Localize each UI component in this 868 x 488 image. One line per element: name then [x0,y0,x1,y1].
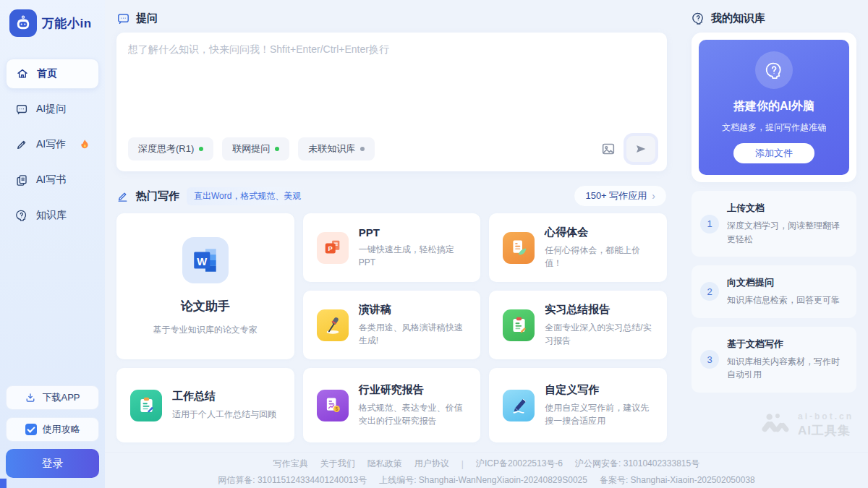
send-button[interactable] [626,136,655,162]
card-text: 演讲稿 各类用途、风格演讲稿快速生成! [359,303,467,347]
kb-promo-card[interactable]: 搭建你的AI外脑 文档越多，提问写作越准确 添加文件 [699,40,849,175]
kb-title: 我的知识库 [711,12,765,25]
send-icon [634,142,647,155]
deep-think-toggle[interactable]: 深度思考(R1) [128,137,213,160]
step-text: 基于文档写作 知识库相关内容素材，写作时自动引用 [727,338,848,382]
sidebar-item-home[interactable]: 首页 [6,59,99,89]
card-speech[interactable]: 演讲稿 各类用途、风格演讲稿快速生成! [303,291,481,359]
reflection-icon [503,232,535,264]
card-ppt[interactable]: P PPT 一键快速生成，轻松搞定PPT [303,213,481,282]
word-icon: W [182,237,229,283]
card-text: 自定义写作 使用自定义写作前，建议先搜一搜合适应用 [545,383,653,427]
card-desc: 适用于个人工作总结与回顾 [172,408,276,421]
kb-step-write: 3 基于文档写作 知识库相关内容素材，写作时自动引用 [692,327,856,393]
card-custom-writing[interactable]: 自定义写作 使用自定义写作前，建议先搜一搜合适应用 [489,368,667,442]
footer-link-terms[interactable]: 用户协议 [414,458,449,470]
brain-head-icon [755,51,793,89]
hot-writing-subtitle: 直出Word，格式规范、美观 [187,187,308,205]
svg-text:$: $ [336,406,339,412]
card-text: 心得体会 任何心得体会，都能上价值！ [545,226,653,270]
sidebar-item-knowledge[interactable]: 知识库 [6,200,99,231]
app-logo[interactable]: 万能小in [6,9,99,37]
sidebar-item-ai-writing[interactable]: AI写作 [6,129,99,160]
sidebar-item-label: 首页 [37,67,57,80]
question-input[interactable] [128,43,655,121]
card-thesis-assistant[interactable]: W 论文助手 基于专业知识库的论文专家 [116,213,294,359]
card-title: 演讲稿 [359,303,467,317]
card-title: 心得体会 [545,226,653,239]
knowledge-panel: 我的知识库 搭建你的AI外脑 文档越多，提问写作越准确 添加文件 1 [683,0,868,488]
card-text: 工作总结 适用于个人工作总结与回顾 [172,390,276,421]
guide-label: 使用攻略 [43,423,80,436]
ai-bot-logo-icon [762,413,792,437]
footer-separator: | [461,459,464,469]
card-title: 工作总结 [172,390,276,403]
card-desc: 格式规范、表达专业、价值突出的行业研究报告 [359,401,467,427]
add-file-button[interactable]: 添加文件 [733,143,814,163]
kb-head-icon [692,12,705,25]
industry-report-icon: $ [317,390,349,421]
kb-header: 我的知识库 [692,7,856,29]
app-name: 万能小in [42,15,92,32]
knowledge-icon [15,209,28,222]
card-text: 实习总结报告 全面专业深入的实习总结/实习报告 [545,303,653,347]
hot-writing-title: 热门写作 [136,189,179,203]
ask-actions [600,136,655,162]
card-desc: 使用自定义写作前，建议先搜一搜合适应用 [545,401,653,427]
download-app-button[interactable]: 下载APP [6,385,99,410]
card-title: 论文助手 [153,298,258,314]
writing-apps-grid: W 论文助手 基于专业知识库的论文专家 P [116,213,667,442]
card-desc: 全面专业深入的实习总结/实习报告 [545,321,653,347]
more-apps-label: 150+ 写作应用 [585,189,647,202]
card-text: PPT 一键快速生成，轻松搞定PPT [359,226,467,269]
card-work-summary[interactable]: 工作总结 适用于个人工作总结与回顾 [116,368,294,442]
more-apps-button[interactable]: 150+ 写作应用 › [574,185,667,207]
kb-link-toggle[interactable]: 未联知识库 [298,137,375,160]
footer-link-about[interactable]: 关于我们 [320,458,355,470]
kb-step-upload: 1 上传文档 深度文档学习，阅读整理翻译更轻松 [692,191,856,257]
step-desc: 知识库相关内容素材，写作时自动引用 [727,355,848,382]
svg-text:P: P [328,245,332,252]
sidebar-item-ai-book[interactable]: AI写书 [6,165,99,195]
card-internship-report[interactable]: 实习总结报告 全面专业深入的实习总结/实习报告 [489,291,667,359]
green-dot-icon [275,147,279,151]
hot-pencil-icon [116,190,129,202]
guide-check-icon [25,424,37,435]
fire-icon [80,139,90,150]
sidebar-spacer [6,231,99,385]
step-number-badge: 1 [700,215,719,234]
footer-icp: 沪ICP备20022513号-6 [476,458,563,470]
hot-writing-header: 热门写作 直出Word，格式规范、美观 150+ 写作应用 › [116,184,667,208]
sidebar-item-ai-ask[interactable]: AI提问 [6,94,99,124]
sidebar-item-label: AI写书 [36,174,66,187]
sidebar-item-label: 知识库 [36,209,67,222]
step-text: 上传文档 深度文档学习，阅读整理翻译更轻松 [727,202,848,246]
chevron-right-icon: › [652,191,655,201]
deep-think-label: 深度思考(R1) [138,142,194,155]
card-desc: 任何心得体会，都能上价值！ [545,244,653,270]
footer-link-privacy[interactable]: 隐私政策 [367,458,402,470]
book-icon [15,174,28,187]
step-desc: 深度文档学习，阅读整理翻译更轻松 [727,219,848,246]
login-button[interactable]: 登录 [6,449,99,478]
step-title: 向文档提问 [727,276,840,289]
guide-button[interactable]: 使用攻略 [6,417,99,442]
sidebar-item-label: AI提问 [36,103,66,116]
kb-link-label: 未联知识库 [308,142,355,155]
card-industry-report[interactable]: $ 行业研究报告 格式规范、表达专业、价值突出的行业研究报告 [303,368,481,442]
card-reflection[interactable]: 心得体会 任何心得体会，都能上价值！ [489,213,667,282]
question-card: 深度思考(R1) 联网提问 未联知识库 [116,33,667,171]
card-title: 自定义写作 [545,383,653,397]
sidebar-item-label: AI写作 [36,138,66,151]
footer-reg-cyber: 网信算备: 310115124334401240013号 [218,474,367,487]
image-upload-icon[interactable] [600,141,616,157]
watermark-text: ai-bot.cn AI工具集 [798,411,854,439]
web-search-label: 联网提问 [232,142,270,155]
web-search-toggle[interactable]: 联网提问 [222,137,289,160]
watermark-site: ai-bot.cn [798,411,854,421]
step-number-badge: 3 [700,350,719,369]
kb-promo-wrapper: 搭建你的AI外脑 文档越多，提问写作越准确 添加文件 [692,33,856,182]
custom-writing-icon [503,390,535,421]
add-file-label: 添加文件 [755,147,793,160]
footer-link-writing-guide[interactable]: 写作宝典 [273,458,308,470]
